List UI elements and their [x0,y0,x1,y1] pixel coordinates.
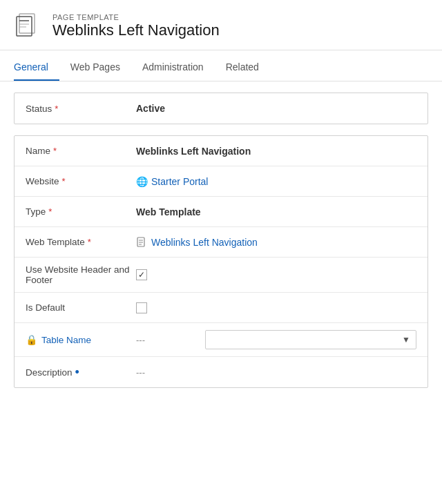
chevron-down-icon: ▼ [402,335,410,345]
doc-icon [136,237,147,248]
tab-general[interactable]: General [14,53,59,81]
status-card: Status * Active [14,93,428,124]
page-subtitle: PAGE TEMPLATE [52,13,220,21]
status-label: Status * [26,104,136,114]
description-required-dot: • [75,366,79,378]
table-name-select[interactable]: ▼ [205,330,416,349]
page-title: Weblinks Left Navigation [52,21,220,39]
details-card: Name * Weblinks Left Navigation Website … [14,135,428,388]
description-value: --- [136,367,145,378]
name-label: Name * [26,146,136,156]
is-default-row: Is Default [15,293,427,323]
website-value[interactable]: 🌐 Starter Portal [136,176,416,187]
use-header-checkbox[interactable] [136,269,147,280]
page-template-icon [14,11,44,41]
table-name-label: 🔒 Table Name [26,334,136,345]
is-default-label: Is Default [26,302,136,313]
is-default-value [136,302,416,313]
use-header-label: Use Website Header and Footer [26,264,136,285]
use-header-value [136,269,416,280]
website-label: Website * [26,176,136,186]
status-required-star: * [55,104,58,114]
name-value: Weblinks Left Navigation [136,146,416,157]
name-row: Name * Weblinks Left Navigation [15,136,427,166]
status-row: Status * Active [15,93,427,124]
type-value: Web Template [136,206,416,217]
main-content: Status * Active Name * Weblinks Left Nav… [0,81,442,410]
tab-web-pages[interactable]: Web Pages [70,53,131,81]
page-header: PAGE TEMPLATE Weblinks Left Navigation [0,0,442,50]
web-template-value[interactable]: Weblinks Left Navigation [136,237,416,248]
tab-administration[interactable]: Administration [142,53,215,81]
tab-related[interactable]: Related [226,53,270,81]
web-template-required-star: * [88,237,91,247]
description-label: Description • [26,366,136,378]
table-name-dash: --- [136,335,205,345]
type-label: Type * [26,206,136,217]
web-template-label: Web Template * [26,237,136,247]
web-template-row: Web Template * Weblinks Left Navigation [15,227,427,258]
website-required-star: * [62,176,66,186]
lock-icon: 🔒 [26,334,37,345]
status-value: Active [136,103,416,114]
name-required-star: * [53,146,57,156]
description-row: Description • --- [15,357,427,387]
website-row: Website * 🌐 Starter Portal [15,166,427,197]
is-default-checkbox-wrapper[interactable] [136,302,416,313]
table-name-row: 🔒 Table Name --- ▼ [15,323,427,357]
use-header-row: Use Website Header and Footer [15,258,427,293]
tab-bar: General Web Pages Administration Related [0,53,442,81]
type-row: Type * Web Template [15,197,427,227]
header-text: PAGE TEMPLATE Weblinks Left Navigation [52,13,220,39]
globe-icon: 🌐 [136,176,147,187]
is-default-checkbox[interactable] [136,302,147,313]
use-header-checkbox-wrapper[interactable] [136,269,416,280]
type-required-star: * [48,206,52,217]
